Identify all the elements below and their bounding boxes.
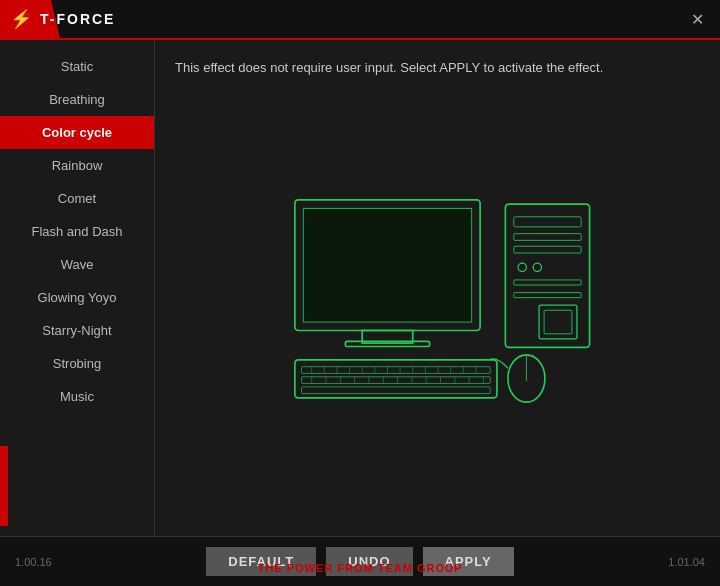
- main-layout: Static Breathing Color cycle Rainbow Com…: [0, 40, 720, 536]
- content-area: This effect does not require user input.…: [155, 40, 720, 536]
- svg-rect-6: [513, 233, 580, 240]
- sidebar-item-strobing[interactable]: Strobing: [0, 347, 154, 380]
- svg-rect-5: [513, 216, 580, 226]
- left-accent: [0, 446, 8, 526]
- sidebar-item-comet[interactable]: Comet: [0, 182, 154, 215]
- sidebar-item-rainbow[interactable]: Rainbow: [0, 149, 154, 182]
- sidebar-item-color-cycle[interactable]: Color cycle: [0, 116, 154, 149]
- pc-illustration: [175, 85, 700, 516]
- tagline: THE POWER FROM TEAM GROUP: [258, 562, 463, 574]
- version-right: 1.01.04: [668, 556, 705, 568]
- svg-rect-17: [301, 386, 490, 393]
- svg-rect-15: [301, 366, 490, 373]
- svg-rect-13: [544, 310, 572, 334]
- svg-rect-10: [513, 279, 580, 284]
- pc-svg: [278, 191, 598, 411]
- close-button[interactable]: ✕: [685, 8, 710, 31]
- sidebar-item-starry-night[interactable]: Starry-Night: [0, 314, 154, 347]
- sidebar-item-static[interactable]: Static: [0, 50, 154, 83]
- sidebar-item-flash-and-dash[interactable]: Flash and Dash: [0, 215, 154, 248]
- logo-area: ⚡ T-FORCE: [10, 8, 115, 30]
- svg-rect-16: [301, 376, 490, 383]
- app-title: T-FORCE: [40, 11, 115, 27]
- logo-icon: ⚡: [10, 8, 32, 30]
- sidebar-item-music[interactable]: Music: [0, 380, 154, 413]
- effect-message: This effect does not require user input.…: [175, 60, 700, 75]
- svg-point-8: [518, 263, 526, 271]
- sidebar-item-wave[interactable]: Wave: [0, 248, 154, 281]
- svg-point-9: [533, 263, 541, 271]
- sidebar: Static Breathing Color cycle Rainbow Com…: [0, 40, 155, 536]
- bottom-bar: 1.00.16 DEFAULT UNDO APPLY 1.01.04: [0, 536, 720, 586]
- svg-rect-7: [513, 246, 580, 253]
- version-left: 1.00.16: [15, 556, 52, 568]
- sidebar-item-breathing[interactable]: Breathing: [0, 83, 154, 116]
- svg-rect-1: [303, 208, 471, 322]
- svg-rect-11: [513, 292, 580, 297]
- sidebar-item-glowing-yoyo[interactable]: Glowing Yoyo: [0, 281, 154, 314]
- svg-rect-3: [345, 341, 429, 346]
- title-bar: ⚡ T-FORCE ✕: [0, 0, 720, 40]
- svg-rect-14: [294, 359, 496, 397]
